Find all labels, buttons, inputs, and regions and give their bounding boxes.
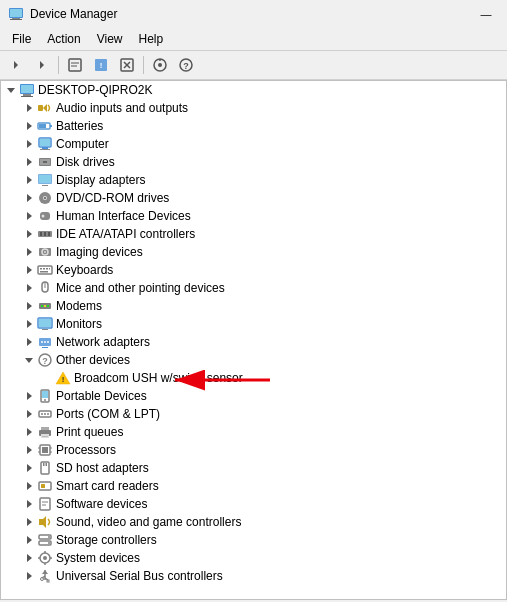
tree-expander-smart[interactable] bbox=[21, 478, 37, 494]
tree-expander-mice[interactable] bbox=[21, 280, 37, 296]
tree-item-hid[interactable]: Human Interface Devices bbox=[1, 207, 506, 225]
scan-icon bbox=[152, 57, 168, 73]
tree-item-smart[interactable]: Smart card readers bbox=[1, 477, 506, 495]
update-driver-button[interactable]: ! bbox=[89, 54, 113, 76]
tree-expander-monitors[interactable] bbox=[21, 316, 37, 332]
tree-expander-sd[interactable] bbox=[21, 460, 37, 476]
tree-item-disk[interactable]: Disk drives bbox=[1, 153, 506, 171]
tree-item-sound[interactable]: Sound, video and game controllers bbox=[1, 513, 506, 531]
back-button[interactable] bbox=[4, 54, 28, 76]
tree-expander-dvd[interactable] bbox=[21, 190, 37, 206]
tree-item-storage[interactable]: Storage controllers bbox=[1, 531, 506, 549]
svg-point-125 bbox=[48, 542, 50, 544]
tree-item-modems[interactable]: Modems bbox=[1, 297, 506, 315]
svg-rect-32 bbox=[40, 149, 50, 150]
tree-item-processors[interactable]: Processors bbox=[1, 441, 506, 459]
tree-expander-keyboards[interactable] bbox=[21, 262, 37, 278]
tree-item-software[interactable]: Software devices bbox=[1, 495, 506, 513]
icon-display-icon bbox=[37, 172, 53, 188]
forward-icon bbox=[34, 57, 50, 73]
svg-point-44 bbox=[44, 197, 46, 199]
tree-item-display[interactable]: Display adapters bbox=[1, 171, 506, 189]
tree-expander-software[interactable] bbox=[21, 496, 37, 512]
svg-rect-116 bbox=[40, 498, 50, 510]
svg-marker-64 bbox=[27, 284, 32, 292]
tree-item-other[interactable]: ?Other devices bbox=[1, 351, 506, 369]
tree-item-batteries[interactable]: Batteries bbox=[1, 117, 506, 135]
svg-rect-63 bbox=[40, 271, 48, 273]
tree-expander-usb[interactable] bbox=[21, 568, 37, 584]
tree-expander-print[interactable] bbox=[21, 424, 37, 440]
tree-item-usb[interactable]: Universal Serial Bus controllers bbox=[1, 567, 506, 585]
tree-item-imaging[interactable]: Imaging devices bbox=[1, 243, 506, 261]
tree-item-mice[interactable]: Mice and other pointing devices bbox=[1, 279, 506, 297]
scan-button[interactable] bbox=[148, 54, 172, 76]
properties-button[interactable] bbox=[63, 54, 87, 76]
tree-label-mice: Mice and other pointing devices bbox=[56, 281, 225, 295]
tree-item-audio[interactable]: Audio inputs and outputs bbox=[1, 99, 506, 117]
app-icon bbox=[8, 6, 24, 22]
tree-item-ide[interactable]: IDE ATA/ATAPI controllers bbox=[1, 225, 506, 243]
tree-expander-audio[interactable] bbox=[21, 100, 37, 116]
tree-item-system[interactable]: System devices bbox=[1, 549, 506, 567]
tree-expander-system[interactable] bbox=[21, 550, 37, 566]
svg-marker-120 bbox=[39, 516, 46, 528]
tree-item-ports[interactable]: Ports (COM & LPT) bbox=[1, 405, 506, 423]
tree-item-portable[interactable]: Portable Devices bbox=[1, 387, 506, 405]
tree-expander-storage[interactable] bbox=[21, 532, 37, 548]
tree-label-sound: Sound, video and game controllers bbox=[56, 515, 241, 529]
tree-expander-broadcom[interactable] bbox=[39, 370, 55, 386]
tree-item-computer[interactable]: Computer bbox=[1, 135, 506, 153]
tree-expander-batteries[interactable] bbox=[21, 118, 37, 134]
tree-expander-hid[interactable] bbox=[21, 208, 37, 224]
tree-label-system: System devices bbox=[56, 551, 140, 565]
tree-expander-sound[interactable] bbox=[21, 514, 37, 530]
help-button[interactable]: ? bbox=[174, 54, 198, 76]
menu-help[interactable]: Help bbox=[131, 30, 172, 48]
svg-marker-22 bbox=[27, 104, 32, 112]
tree-item-root[interactable]: DESKTOP-QIPRO2K bbox=[1, 81, 506, 99]
tree-item-sd[interactable]: SD host adapters bbox=[1, 459, 506, 477]
tree-label-ports: Ports (COM & LPT) bbox=[56, 407, 160, 421]
svg-rect-75 bbox=[42, 329, 48, 330]
svg-point-56 bbox=[44, 251, 46, 253]
tree-item-keyboards[interactable]: Keyboards bbox=[1, 261, 506, 279]
uninstall-icon bbox=[119, 57, 135, 73]
menu-file[interactable]: File bbox=[4, 30, 39, 48]
svg-rect-20 bbox=[21, 96, 33, 97]
tree-expander-root[interactable] bbox=[3, 82, 19, 98]
menu-action[interactable]: Action bbox=[39, 30, 88, 48]
forward-button[interactable] bbox=[30, 54, 54, 76]
minimize-button[interactable]: — bbox=[473, 5, 499, 23]
tree-item-print[interactable]: Print queues bbox=[1, 423, 506, 441]
tree-label-modems: Modems bbox=[56, 299, 102, 313]
tree-expander-processors[interactable] bbox=[21, 442, 37, 458]
tree-item-network[interactable]: Network adapters bbox=[1, 333, 506, 351]
tree-expander-portable[interactable] bbox=[21, 388, 37, 404]
title-bar-controls: — bbox=[473, 5, 499, 23]
svg-rect-23 bbox=[38, 105, 43, 111]
tree-expander-computer[interactable] bbox=[21, 136, 37, 152]
tree-label-batteries: Batteries bbox=[56, 119, 103, 133]
tree-item-dvd[interactable]: DVD/CD-ROM drives bbox=[1, 189, 506, 207]
properties-icon bbox=[67, 57, 83, 73]
tree-expander-ports[interactable] bbox=[21, 406, 37, 422]
icon-ports-icon bbox=[37, 406, 53, 422]
tree-expander-other[interactable] bbox=[21, 352, 37, 368]
svg-rect-21 bbox=[21, 85, 33, 93]
tree-expander-modems[interactable] bbox=[21, 298, 37, 314]
icon-battery-icon bbox=[37, 118, 53, 134]
tree-item-monitors[interactable]: Monitors bbox=[1, 315, 506, 333]
tree-expander-display[interactable] bbox=[21, 172, 37, 188]
svg-rect-26 bbox=[50, 125, 52, 127]
menu-view[interactable]: View bbox=[89, 30, 131, 48]
tree-expander-disk[interactable] bbox=[21, 154, 37, 170]
svg-point-13 bbox=[158, 63, 162, 67]
tree-expander-network[interactable] bbox=[21, 334, 37, 350]
svg-marker-28 bbox=[27, 140, 32, 148]
svg-rect-39 bbox=[39, 175, 51, 183]
tree-expander-ide[interactable] bbox=[21, 226, 37, 242]
tree-expander-imaging[interactable] bbox=[21, 244, 37, 260]
uninstall-button[interactable] bbox=[115, 54, 139, 76]
tree-item-broadcom[interactable]: !Broadcom USH w/swipe sensor bbox=[1, 369, 506, 387]
